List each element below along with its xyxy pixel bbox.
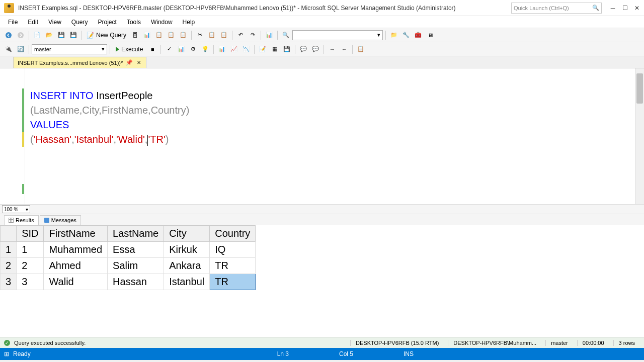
- table-row[interactable]: 2 2 Ahmed Salim Ankara TR: [1, 258, 256, 274]
- database-combo[interactable]: master ▾: [32, 44, 107, 54]
- toolbox-icon[interactable]: 🧰: [413, 30, 424, 41]
- cell[interactable]: Salim: [108, 258, 164, 274]
- pin-icon[interactable]: 📌: [126, 59, 133, 66]
- cell[interactable]: 3: [17, 274, 44, 290]
- analysis-query-icon[interactable]: 📊: [141, 30, 152, 41]
- new-icon[interactable]: 📄: [32, 30, 43, 41]
- redo-icon[interactable]: ↷: [247, 30, 258, 41]
- cell[interactable]: Essa: [108, 242, 164, 258]
- db-engine-query-icon[interactable]: 🗄: [129, 30, 140, 41]
- col-header-country[interactable]: Country: [210, 226, 256, 242]
- code-identifier: InsertPeople: [94, 90, 153, 101]
- search-icon: 🔍: [592, 5, 599, 11]
- tab-results[interactable]: Results: [4, 215, 39, 225]
- back-icon[interactable]: [3, 30, 14, 41]
- cell[interactable]: Ankara: [164, 258, 210, 274]
- uncomment-icon[interactable]: 💬: [310, 44, 321, 55]
- include-client-stats-icon[interactable]: 📉: [240, 44, 252, 55]
- intellisense-icon[interactable]: 💡: [200, 44, 211, 55]
- row-header[interactable]: 3: [1, 274, 17, 290]
- col-header-sid[interactable]: SID: [17, 226, 44, 242]
- cell[interactable]: Kirkuk: [164, 242, 210, 258]
- cancel-query-icon[interactable]: ■: [147, 44, 158, 55]
- include-stats-icon[interactable]: 📈: [228, 44, 239, 55]
- save-icon[interactable]: 💾: [56, 30, 67, 41]
- find-icon[interactable]: 🔍: [280, 30, 291, 41]
- cut-icon[interactable]: ✂: [194, 30, 205, 41]
- outdent-icon[interactable]: ←: [339, 44, 350, 55]
- col-header-firstname[interactable]: FirstName: [44, 226, 108, 242]
- document-tab[interactable]: INSERT Examples.s...mmed Lenovo (51))* 📌…: [13, 57, 146, 68]
- open-icon[interactable]: 📂: [44, 30, 55, 41]
- table-row[interactable]: 1 1 Muhammed Essa Kirkuk IQ: [1, 242, 256, 258]
- col-header-lastname[interactable]: LastName: [108, 226, 164, 242]
- menu-query[interactable]: Query: [67, 18, 92, 27]
- new-query-button[interactable]: 📝 New Query: [85, 32, 128, 39]
- cell[interactable]: Ahmed: [44, 258, 108, 274]
- maximize-button[interactable]: ☐: [622, 5, 628, 11]
- code-editor[interactable]: INSERT INTO InsertPeople (LastName,City,…: [0, 68, 644, 204]
- specify-values-icon[interactable]: 📋: [355, 44, 366, 55]
- grid-icon: [9, 218, 14, 223]
- properties-icon[interactable]: 🔧: [400, 30, 412, 41]
- cell[interactable]: Istanbul: [164, 274, 210, 290]
- solution-icon[interactable]: 📁: [388, 30, 399, 41]
- new-query-icon: 📝: [87, 32, 94, 39]
- registered-servers-icon[interactable]: 🖥: [425, 30, 436, 41]
- indent-icon[interactable]: →: [327, 44, 338, 55]
- scrollbar-thumb[interactable]: [636, 73, 643, 104]
- col-header-city[interactable]: City: [164, 226, 210, 242]
- include-plan-icon[interactable]: 📊: [216, 44, 227, 55]
- editor-scrollbar[interactable]: [635, 68, 644, 204]
- menu-edit[interactable]: Edit: [24, 18, 42, 27]
- cell[interactable]: 2: [17, 258, 44, 274]
- close-tab-icon[interactable]: ✕: [136, 60, 142, 66]
- menu-tools[interactable]: Tools: [123, 18, 145, 27]
- copy-icon[interactable]: 📋: [206, 30, 217, 41]
- activity-icon[interactable]: 📊: [264, 30, 275, 41]
- comment-icon[interactable]: 💬: [298, 44, 309, 55]
- menubar: File Edit View Query Project Tools Windo…: [0, 16, 644, 28]
- cell-selected[interactable]: TR: [210, 274, 256, 290]
- mdx-query-icon[interactable]: 📋: [153, 30, 165, 41]
- minimize-button[interactable]: ─: [610, 5, 616, 11]
- results-grid[interactable]: SID FirstName LastName City Country 1 1 …: [0, 225, 644, 337]
- status-server: DESKTOP-HPV6RFB (15.0 RTM): [350, 340, 444, 346]
- menu-project[interactable]: Project: [94, 18, 121, 27]
- connect-icon[interactable]: 🔌: [3, 44, 14, 55]
- tab-messages[interactable]: Messages: [40, 215, 81, 225]
- row-header[interactable]: 1: [1, 242, 17, 258]
- row-header[interactable]: 2: [1, 258, 17, 274]
- xmla-query-icon[interactable]: 📋: [178, 30, 189, 41]
- cell[interactable]: Hassan: [108, 274, 164, 290]
- menu-help[interactable]: Help: [179, 18, 199, 27]
- code-content[interactable]: INSERT INTO InsertPeople (LastName,City,…: [25, 68, 635, 204]
- menu-file[interactable]: File: [4, 18, 22, 27]
- forward-icon[interactable]: [15, 30, 26, 41]
- cell[interactable]: TR: [210, 258, 256, 274]
- results-grid-icon[interactable]: ▦: [269, 44, 280, 55]
- menu-window[interactable]: Window: [147, 18, 177, 27]
- cell[interactable]: IQ: [210, 242, 256, 258]
- paste-icon[interactable]: 📋: [218, 30, 229, 41]
- cell[interactable]: Muhammed: [44, 242, 108, 258]
- zoom-combo[interactable]: 100 %▾: [2, 205, 30, 213]
- find-combo[interactable]: ▾: [292, 30, 383, 40]
- results-file-icon[interactable]: 💾: [281, 44, 292, 55]
- execute-button[interactable]: Execute: [113, 45, 146, 54]
- estimated-plan-icon[interactable]: 📊: [176, 44, 187, 55]
- cell[interactable]: Walid: [44, 274, 108, 290]
- parse-icon[interactable]: ✓: [164, 44, 175, 55]
- save-all-icon[interactable]: 💾: [68, 30, 79, 41]
- table-row[interactable]: 3 3 Walid Hassan Istanbul TR: [1, 274, 256, 290]
- undo-icon[interactable]: ↶: [235, 30, 246, 41]
- close-button[interactable]: ✕: [634, 5, 640, 11]
- database-combo-value: master: [34, 46, 51, 52]
- results-text-icon[interactable]: 📝: [257, 44, 268, 55]
- cell[interactable]: 1: [17, 242, 44, 258]
- change-connection-icon[interactable]: 🔄: [15, 44, 26, 55]
- menu-view[interactable]: View: [44, 18, 65, 27]
- quick-launch-input[interactable]: Quick Launch (Ctrl+Q) 🔍: [511, 3, 602, 14]
- dmx-query-icon[interactable]: 📋: [166, 30, 177, 41]
- query-options-icon[interactable]: ⚙: [188, 44, 199, 55]
